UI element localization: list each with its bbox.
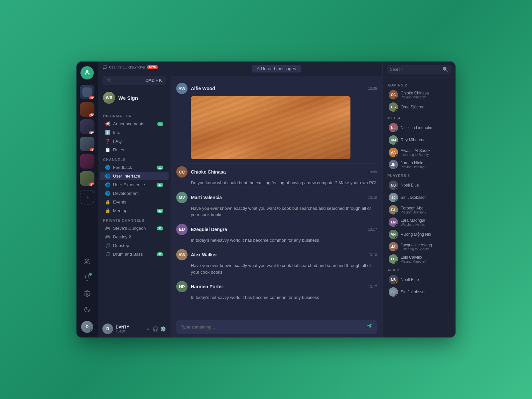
server-thumb-4[interactable]: 4 — [80, 137, 94, 151]
message-body-3: Have you ever known exactly what you wan… — [176, 205, 377, 218]
announcements-badge: 5 — [157, 122, 163, 126]
meetups-icon: 🔒 — [105, 208, 110, 213]
new-badge: NEW — [147, 65, 158, 69]
sidebar-item-development[interactable]: 🌐 Development — [100, 189, 169, 198]
notifications-button[interactable] — [80, 271, 94, 284]
sidebar-item-announcements[interactable]: 📢 Announcements 5 — [100, 120, 169, 128]
friends-button[interactable] — [80, 255, 94, 268]
user-avatar-nav[interactable]: D — [81, 321, 93, 333]
member-name-jordan: Jordan Ntolo — [401, 161, 450, 165]
meetups-badge: 32 — [157, 209, 163, 213]
feedback-badge: 11 — [157, 166, 163, 170]
microphone-button[interactable]: 🎙 — [146, 326, 151, 332]
member-info-noell: Noell Blue — [401, 183, 450, 188]
footer-user-avatar[interactable]: D — [102, 324, 113, 334]
user-settings-button[interactable]: ⚙️ — [160, 326, 166, 332]
member-item-noell[interactable]: NB Noell Blue — [384, 179, 454, 191]
member-name-noell: Noell Blue — [401, 183, 450, 188]
sidebar-item-feedback[interactable]: 🌐 Feedback 11 — [100, 163, 169, 172]
steves-dungeon-icon: 🎮 — [105, 226, 110, 231]
member-avatar-noell: NB — [389, 181, 398, 190]
search-icon: 🔍 — [443, 67, 448, 72]
message-group-3: MV Marti Valencia 13:10 Have you ever kn… — [176, 189, 377, 221]
sidebar-item-user-interface[interactable]: 🌐 User Interface — [100, 172, 169, 180]
member-item-foroogh[interactable]: FA Foroogh Abdi Playing Destiny 2 — [384, 204, 454, 216]
chat-input[interactable] — [181, 325, 363, 330]
sidebar-item-faq[interactable]: ❓ FAQ — [100, 137, 169, 145]
chat-input-box — [176, 320, 377, 334]
sidebar-item-info[interactable]: ℹ️ Info — [100, 128, 169, 137]
member-name-chioke: Chioke Chinasa — [401, 91, 450, 95]
main-chat: 6 Unread messages AW Alfie Wood 13:05 — [171, 62, 382, 337]
message-time-2: 13:09 — [368, 170, 377, 174]
message-avatar-1: AW — [176, 83, 188, 94]
member-avatar-luis: LC — [389, 254, 398, 264]
notification-indicator — [89, 273, 92, 276]
server-thumb-2[interactable]: 76 — [80, 102, 94, 117]
message-avatar-inner-3: MV — [176, 192, 188, 203]
member-item-jacqueline[interactable]: JA Jacqueline Asong Listening to Spotify — [384, 241, 454, 253]
sidebar-item-dubstep[interactable]: 🎵 Dubstep — [100, 241, 169, 250]
sidebar-item-steves-dungeon[interactable]: 🎮 Steve's Dungeon 32 — [100, 224, 169, 232]
sidebar-item-destiny-2[interactable]: 🎮 Destiny 2 — [100, 233, 169, 241]
message-time-3: 13:10 — [368, 196, 377, 200]
sidebar-item-events[interactable]: 🔒 Events — [100, 198, 169, 206]
server-thumb-6[interactable]: 87 — [80, 171, 94, 186]
member-item-jordan[interactable]: JN Jordan Ntolo Playing Destiny 2 — [384, 159, 454, 171]
server-thumb-1[interactable]: 12 — [80, 85, 94, 99]
member-item-siri[interactable]: SJ Siri Jakobsson — [384, 192, 454, 203]
member-name-jacqueline: Jacqueline Asong — [401, 243, 450, 247]
member-item-rey[interactable]: RM Rey Mibourne — [384, 134, 454, 146]
member-item-vuong[interactable]: VN Vương Mộng Nhi — [384, 228, 454, 240]
cmd-label: CMD + K — [145, 78, 162, 83]
status-vuong — [395, 236, 398, 239]
message-avatar-5: AW — [176, 249, 188, 260]
member-item-chioke[interactable]: CC Chioke Chinasa Playing Minecraft — [384, 89, 454, 101]
search-input[interactable] — [390, 67, 441, 72]
server-thumb-3[interactable]: 59 — [80, 119, 94, 134]
section-private-channels: Private Channels — [98, 215, 171, 224]
member-info-chioke: Chioke Chinasa Playing Minecraft — [401, 91, 450, 99]
member-info-nicolina: Nicolina Lindholm — [401, 125, 450, 130]
sidebar-item-user-experience[interactable]: 🌐 User Experience 41 — [100, 181, 169, 189]
dubstep-label: Dubstep — [113, 243, 163, 248]
send-button[interactable] — [366, 323, 372, 331]
cmd-k-button[interactable]: ⌘ CMD + K — [102, 76, 166, 85]
status-chioke — [395, 97, 398, 99]
member-status-luis: Playing Minecraft — [401, 260, 450, 263]
sidebar: Use the Quickswitcher NEW ⌘ CMD + K WS W… — [98, 62, 171, 337]
member-item-lara[interactable]: LM Lara Madrigal Watching Netflix — [384, 216, 454, 228]
app-logo[interactable] — [80, 66, 94, 79]
member-item-nicolina[interactable]: NL Nicolina Lindholm — [384, 122, 454, 134]
member-info-luis: Luis Calvillo Playing Minecraft — [401, 255, 450, 263]
member-avatar-siri: SJ — [389, 193, 398, 202]
member-item-ored[interactable]: OS Ored Sjögren — [384, 101, 454, 113]
afk-section-title: AFK 2 — [383, 265, 456, 273]
sidebar-item-drum-and-bass[interactable]: 🎵 Drum and Bass 32 — [100, 250, 169, 258]
member-avatar-jacqueline: JA — [389, 242, 398, 251]
member-avatar-foroogh: FA — [389, 205, 398, 214]
member-info-ored: Ored Sjögren — [401, 105, 450, 109]
announcements-label: Announcements — [113, 121, 155, 126]
nightmode-button[interactable] — [80, 303, 94, 316]
member-item-awaatif[interactable]: AA Awaatif Al Sadek Listening to Spotify — [384, 146, 454, 158]
member-item-noell-afk[interactable]: NB Noell Blue — [384, 274, 454, 286]
sidebar-item-rules[interactable]: 📋 Rules — [100, 146, 169, 154]
feedback-label: Feedback — [113, 165, 154, 170]
quickswitch-banner: Use the Quickswitcher NEW — [98, 62, 171, 73]
settings-button[interactable] — [80, 287, 94, 300]
member-name-noell-afk: Noell Blue — [401, 277, 450, 282]
message-header-6: HP Harmen Porter 13:17 — [176, 281, 377, 292]
add-server-button[interactable]: + — [80, 190, 94, 204]
member-avatar-lara: LM — [389, 217, 398, 227]
status-noell — [395, 187, 398, 190]
server-thumb-5[interactable] — [80, 154, 94, 169]
member-info-siri-afk: Siri Jakobsson — [401, 290, 450, 294]
message-text-3: Have you ever known exactly what you wan… — [191, 205, 377, 218]
message-avatar-3: MV — [176, 192, 188, 203]
headphones-button[interactable]: 🎧 — [153, 326, 158, 332]
member-info-foroogh: Foroogh Abdi Playing Destiny 2 — [401, 206, 450, 214]
sidebar-item-meetups[interactable]: 🔒 Meetups 32 — [100, 206, 169, 215]
member-item-siri-afk[interactable]: SJ Siri Jakobsson — [384, 286, 454, 298]
member-item-luis[interactable]: LC Luis Calvillo Playing Minecraft — [384, 253, 454, 265]
